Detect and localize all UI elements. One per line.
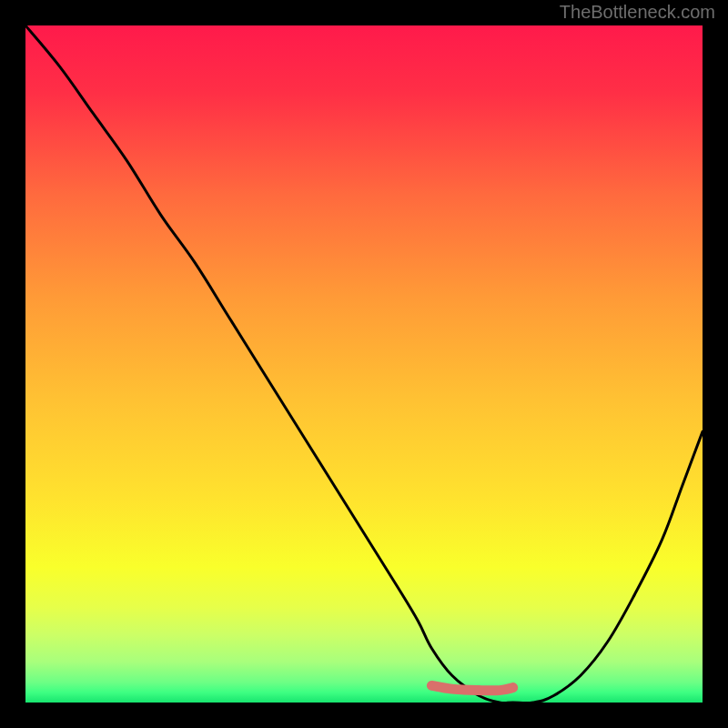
- chart-plot-area: [25, 25, 703, 703]
- bottleneck-curve: [25, 25, 703, 703]
- chart-svg: [25, 25, 703, 703]
- chart-frame: TheBottleneck.com: [0, 0, 728, 728]
- watermark-text: TheBottleneck.com: [560, 2, 715, 23]
- optimal-range-marker: [431, 685, 512, 691]
